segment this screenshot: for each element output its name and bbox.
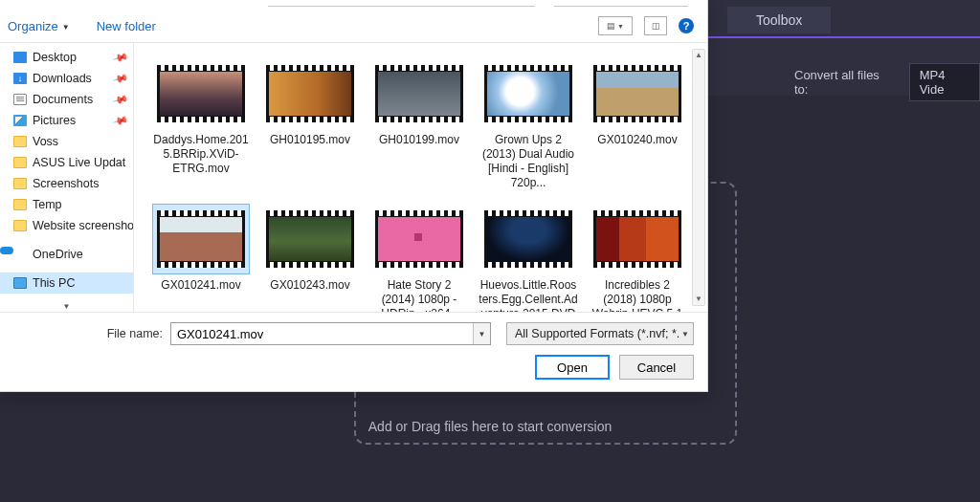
filename-input[interactable] bbox=[171, 323, 473, 344]
downloads-icon bbox=[13, 73, 27, 84]
address-bar-fragment[interactable] bbox=[268, 6, 535, 8]
nav-item[interactable]: Website screenshots bbox=[0, 215, 133, 236]
pictures-icon bbox=[13, 115, 27, 126]
nav-item-label: Temp bbox=[33, 198, 62, 211]
file-label: Huevos.Little.Roosters.Egg.Cellent.Adven… bbox=[479, 278, 578, 312]
desktop-icon bbox=[13, 52, 27, 63]
nav-item[interactable]: Pictures📌 bbox=[0, 110, 133, 131]
thumbnails-icon: ▤ bbox=[607, 21, 615, 31]
nav-item[interactable]: Documents📌 bbox=[0, 89, 133, 110]
file-label: Hate Story 2 (2014) 1080p - HDRip - x264… bbox=[369, 278, 469, 312]
help-button[interactable]: ? bbox=[679, 18, 694, 33]
video-frame-icon bbox=[378, 72, 460, 116]
file-label: GH010199.mov bbox=[379, 133, 459, 147]
filename-dropdown-button[interactable]: ▼ bbox=[473, 323, 490, 344]
filmstrip-icon bbox=[157, 210, 245, 268]
folder-icon bbox=[13, 136, 27, 147]
file-item[interactable]: GH010199.mov bbox=[369, 58, 469, 190]
nav-item-label: This PC bbox=[33, 276, 75, 290]
cancel-button[interactable]: Cancel bbox=[619, 355, 694, 380]
dialog-body: Desktop📌Downloads📌Documents📌Pictures📌Vos… bbox=[0, 42, 707, 312]
nav-item[interactable]: Screenshots bbox=[0, 173, 133, 194]
chevron-down-icon: ▼ bbox=[62, 23, 70, 32]
nav-item-label: Screenshots bbox=[33, 177, 99, 190]
file-label: Grown Ups 2 (2013) Dual Audio [Hindi - E… bbox=[479, 133, 578, 190]
folder-icon bbox=[13, 157, 27, 168]
this-pc-icon bbox=[13, 277, 27, 289]
drop-zone-text: Add or Drag files here to start conversi… bbox=[368, 419, 612, 434]
nav-item-label: OneDrive bbox=[33, 248, 83, 261]
file-label: GH010195.mov bbox=[270, 133, 350, 147]
file-item[interactable]: Grown Ups 2 (2013) Dual Audio [Hindi - E… bbox=[479, 58, 578, 190]
file-item[interactable]: GX010241.mov bbox=[151, 204, 251, 312]
filename-label: File name: bbox=[0, 327, 163, 340]
toolbox-tab[interactable]: Toolbox bbox=[727, 7, 831, 33]
file-pane-scrollbar[interactable]: ▲ ▼ bbox=[692, 49, 705, 306]
pin-icon: 📌 bbox=[112, 49, 130, 66]
thumbnail-wrap bbox=[152, 204, 250, 274]
nav-item[interactable]: ASUS Live Updat bbox=[0, 152, 133, 173]
chevron-down-icon: ▼ bbox=[681, 330, 689, 338]
new-folder-button[interactable]: New folder bbox=[97, 19, 156, 33]
nav-item-label: Documents bbox=[33, 93, 93, 106]
video-frame-icon bbox=[160, 217, 242, 261]
organize-button[interactable]: Organize ▼ bbox=[8, 19, 70, 33]
nav-item[interactable]: Downloads📌 bbox=[0, 68, 133, 89]
video-frame-icon bbox=[160, 72, 242, 116]
pin-icon: 📌 bbox=[112, 70, 130, 87]
file-filter-label: All Supported Formats (*.nvf; *. bbox=[515, 327, 679, 340]
thumbnail-grid: Daddys.Home.2015.BRRip.XViD-ETRG.movGH01… bbox=[134, 43, 690, 312]
folder-icon bbox=[13, 178, 27, 189]
preview-pane-button[interactable]: ◫ bbox=[644, 16, 667, 35]
view-mode-button[interactable]: ▤ ▼ bbox=[598, 16, 633, 35]
folder-icon bbox=[13, 220, 27, 231]
nav-onedrive[interactable]: OneDrive bbox=[0, 244, 133, 265]
active-tab-underline bbox=[708, 36, 980, 38]
filmstrip-icon bbox=[266, 210, 354, 268]
nav-item[interactable]: Desktop📌 bbox=[0, 47, 133, 68]
video-frame-icon bbox=[487, 72, 569, 116]
nav-item-label: Desktop bbox=[33, 51, 77, 64]
file-item[interactable]: Incredibles 2 (2018) 1080p Webrip HEVC 5… bbox=[588, 204, 687, 312]
file-item[interactable]: Daddys.Home.2015.BRRip.XViD-ETRG.mov bbox=[151, 58, 251, 190]
file-filter-combobox[interactable]: All Supported Formats (*.nvf; *. ▼ bbox=[506, 322, 694, 345]
file-label: GX010240.mov bbox=[597, 133, 677, 147]
filmstrip-icon bbox=[484, 210, 572, 268]
file-item[interactable]: GX010243.mov bbox=[260, 204, 360, 312]
convert-all-files-label: Convert all files to: bbox=[794, 68, 890, 97]
filmstrip-icon bbox=[157, 65, 245, 122]
scroll-up-icon[interactable]: ▲ bbox=[695, 50, 702, 61]
filmstrip-icon bbox=[593, 210, 681, 268]
file-item[interactable]: GH010195.mov bbox=[260, 58, 360, 190]
filename-combobox[interactable]: ▼ bbox=[170, 322, 491, 345]
nav-this-pc[interactable]: This PC bbox=[0, 273, 133, 294]
file-item[interactable]: Huevos.Little.Roosters.Egg.Cellent.Adven… bbox=[479, 204, 578, 312]
nav-item-label: Voss bbox=[33, 135, 58, 148]
file-item[interactable]: GX010240.mov bbox=[588, 58, 687, 190]
folder-icon bbox=[13, 199, 27, 210]
dialog-footer: File name: ▼ All Supported Formats (*.nv… bbox=[0, 312, 707, 391]
filmstrip-icon bbox=[484, 65, 572, 122]
nav-item[interactable]: Voss bbox=[0, 131, 133, 152]
filename-row: File name: ▼ All Supported Formats (*.nv… bbox=[0, 322, 694, 345]
thumbnail-wrap bbox=[370, 204, 468, 274]
thumbnail-wrap bbox=[261, 58, 359, 129]
open-button[interactable]: Open bbox=[535, 355, 610, 380]
nav-item-label: ASUS Live Updat bbox=[33, 156, 125, 169]
nav-scroll-down-icon[interactable]: ▼ bbox=[0, 300, 133, 312]
thumbnail-wrap bbox=[589, 204, 686, 274]
nav-item[interactable]: Temp bbox=[0, 194, 133, 215]
file-list-pane[interactable]: Daddys.Home.2015.BRRip.XViD-ETRG.movGH01… bbox=[134, 43, 707, 312]
preview-pane-icon: ◫ bbox=[652, 21, 660, 31]
scroll-down-icon[interactable]: ▼ bbox=[695, 294, 702, 305]
thumbnail-wrap bbox=[479, 58, 577, 129]
thumbnail-wrap bbox=[589, 58, 686, 129]
nav-item-label: Downloads bbox=[33, 72, 92, 85]
organize-label: Organize bbox=[8, 19, 58, 33]
search-box-fragment[interactable] bbox=[554, 6, 688, 8]
navigation-tree[interactable]: Desktop📌Downloads📌Documents📌Pictures📌Vos… bbox=[0, 43, 134, 312]
file-item[interactable]: Hate Story 2 (2014) 1080p - HDRip - x264… bbox=[369, 204, 469, 312]
file-label: Daddys.Home.2015.BRRip.XViD-ETRG.mov bbox=[151, 133, 251, 176]
video-frame-icon bbox=[269, 72, 351, 116]
convert-format-select[interactable]: MP4 Vide bbox=[909, 63, 980, 101]
